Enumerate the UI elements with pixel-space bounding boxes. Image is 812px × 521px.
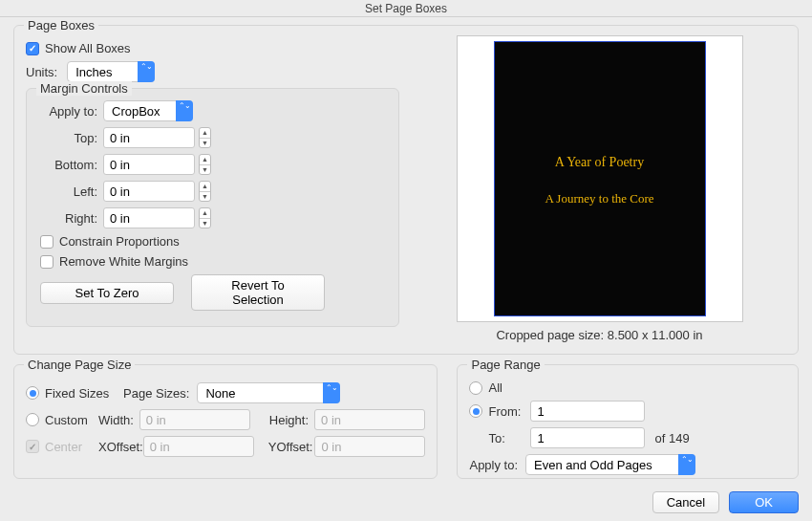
left-label: Left:: [40, 185, 97, 199]
page-sizes-select[interactable]: None: [197, 382, 340, 403]
units-label: Units:: [26, 65, 57, 79]
width-label: Width:: [98, 413, 134, 427]
constrain-proportions-label: Constrain Proportions: [59, 234, 180, 249]
cropped-size-label: Cropped page size: 8.500 x 11.000 in: [496, 328, 702, 342]
cancel-button[interactable]: Cancel: [652, 491, 719, 513]
show-all-boxes-label: Show All Boxes: [45, 41, 131, 55]
all-label: All: [488, 380, 502, 395]
bottom-label: Bottom:: [40, 158, 97, 172]
preview-line1: A Year of Poetry: [555, 155, 644, 170]
left-stepper[interactable]: ▲▼: [199, 181, 211, 202]
bottom-stepper[interactable]: ▲▼: [199, 154, 211, 175]
height-label: Height:: [269, 413, 309, 427]
from-radio[interactable]: [469, 404, 482, 418]
page-preview-inner: A Year of Poetry A Journey to the Core: [494, 41, 706, 316]
yoffset-label: YOffset:: [268, 440, 313, 454]
right-label: Right:: [40, 211, 97, 226]
set-to-zero-button[interactable]: Set To Zero: [40, 282, 174, 304]
right-stepper[interactable]: ▲▼: [199, 207, 211, 228]
top-input[interactable]: [103, 127, 195, 148]
remove-white-margins-label: Remove White Margins: [59, 254, 188, 269]
left-input[interactable]: [103, 181, 195, 202]
apply-to-select[interactable]: CropBox: [103, 100, 193, 121]
xoffset-label: XOffset:: [98, 440, 143, 454]
page-range-group: Page Range All From: To: of 149 Apply to…: [457, 364, 799, 479]
from-input[interactable]: [530, 401, 645, 422]
custom-label: Custom: [45, 413, 98, 427]
remove-white-margins-checkbox[interactable]: [40, 255, 53, 269]
margin-controls-legend: Margin Controls: [36, 81, 132, 96]
page-preview: A Year of Poetry A Journey to the Core: [457, 35, 743, 322]
apply-to-label: Apply to:: [40, 104, 97, 119]
page-boxes-group: Page Boxes Show All Boxes Units: Inches …: [13, 25, 799, 355]
right-input[interactable]: [103, 207, 195, 228]
height-input[interactable]: [314, 409, 425, 430]
center-label: Center: [45, 440, 98, 454]
change-page-size-legend: Change Page Size: [24, 358, 135, 372]
page-sizes-label: Page Sizes:: [123, 386, 189, 401]
fixed-sizes-radio[interactable]: [26, 386, 39, 400]
window-title: Set Page Boxes: [0, 0, 812, 17]
page-boxes-legend: Page Boxes: [24, 18, 98, 33]
preview-line2: A Journey to the Core: [545, 191, 653, 206]
revert-to-selection-button[interactable]: Revert To Selection: [191, 274, 325, 311]
ok-button[interactable]: OK: [729, 491, 799, 513]
center-checkbox[interactable]: [26, 440, 39, 453]
custom-radio[interactable]: [26, 413, 39, 426]
to-input[interactable]: [530, 427, 645, 448]
range-apply-to-select[interactable]: Even and Odd Pages: [525, 454, 695, 475]
page-range-legend: Page Range: [467, 358, 544, 372]
fixed-sizes-label: Fixed Sizes: [45, 386, 123, 401]
change-page-size-group: Change Page Size Fixed Sizes Page Sizes:…: [13, 364, 438, 479]
from-label: From:: [488, 404, 530, 419]
range-apply-to-label: Apply to:: [469, 458, 518, 472]
top-stepper[interactable]: ▲▼: [199, 127, 211, 148]
margin-controls-group: Margin Controls Apply to: CropBox Top: ▲…: [26, 88, 399, 327]
show-all-boxes-checkbox[interactable]: [26, 42, 39, 55]
width-input[interactable]: [139, 409, 250, 430]
yoffset-input[interactable]: [314, 436, 425, 457]
all-radio[interactable]: [469, 381, 482, 395]
of-total-label: of 149: [654, 431, 689, 445]
xoffset-input[interactable]: [143, 436, 254, 457]
to-label: To:: [488, 431, 530, 445]
units-select[interactable]: Inches: [67, 61, 155, 82]
bottom-input[interactable]: [103, 154, 195, 175]
constrain-proportions-checkbox[interactable]: [40, 235, 53, 249]
top-label: Top:: [40, 131, 97, 145]
